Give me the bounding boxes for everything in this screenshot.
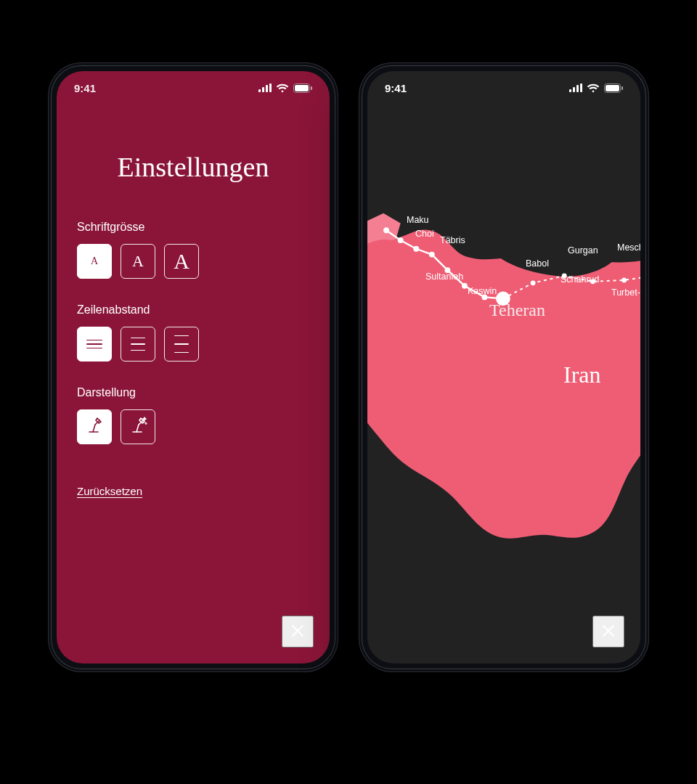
city-kaswin: Kaswin [468, 286, 497, 296]
page-title: Einstellungen [77, 151, 309, 183]
lamp-dark-icon [129, 416, 147, 438]
city-maku: Maku [407, 215, 429, 225]
city-mesch: Mesch [617, 242, 640, 253]
font-size-large-button[interactable]: A [164, 244, 199, 279]
cellular-icon [258, 83, 272, 92]
lamp-light-icon [85, 416, 104, 438]
city-sultanieh: Sultanieh [425, 271, 463, 282]
status-time: 9:41 [74, 82, 96, 94]
line-spacing-tight-button[interactable] [77, 327, 112, 362]
phone-settings: 9:41 Einstellungen Schriftgrösse A A [48, 62, 338, 672]
city-teheran: Teheran [489, 301, 545, 320]
line-spacing-options [77, 327, 309, 362]
map-view[interactable]: Maku Choi Täbris Sultanieh Kaswin Tehera… [367, 71, 640, 663]
line-spacing-medium-button[interactable] [121, 327, 155, 362]
country-label: Iran [563, 362, 601, 388]
close-button[interactable] [592, 616, 624, 648]
font-size-options: A A A [77, 244, 309, 279]
phone-map: 9:41 [359, 62, 649, 672]
appearance-options [77, 409, 309, 444]
svg-rect-1 [295, 85, 309, 91]
line-spacing-wide-button[interactable] [164, 327, 199, 362]
wifi-icon [276, 83, 289, 93]
appearance-light-button[interactable] [77, 409, 112, 444]
line-spacing-medium-icon [126, 328, 150, 360]
section-font-size-label: Schriftgrösse [77, 221, 309, 234]
section-appearance-label: Darstellung [77, 386, 309, 399]
font-size-medium-button[interactable]: A [121, 244, 155, 279]
close-icon [600, 623, 616, 641]
city-schahrud: Schahrud [561, 274, 600, 285]
appearance-dark-button[interactable] [121, 409, 155, 444]
city-turbet: Turbet- [611, 287, 640, 298]
line-spacing-wide-icon [169, 328, 194, 360]
svg-rect-2 [311, 86, 312, 90]
status-bar: 9:41 [57, 71, 330, 105]
city-tabris: Täbris [440, 235, 465, 245]
close-button[interactable] [282, 616, 314, 648]
section-line-spacing-label: Zeilenabstand [77, 303, 309, 317]
line-spacing-tight-icon [82, 328, 107, 360]
city-choi: Choi [415, 229, 434, 239]
city-gurgan: Gurgan [568, 245, 598, 256]
city-babol: Babol [526, 258, 549, 269]
status-icons [258, 83, 312, 93]
close-icon [290, 623, 306, 641]
battery-icon [293, 83, 312, 93]
font-size-small-button[interactable]: A [77, 244, 112, 279]
reset-link[interactable]: Zurücksetzen [77, 485, 142, 497]
